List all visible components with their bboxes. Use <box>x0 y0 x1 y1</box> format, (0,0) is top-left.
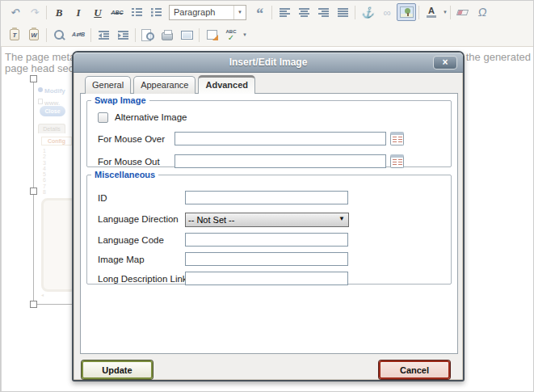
mouse-over-input[interactable] <box>174 132 386 145</box>
underline-button[interactable]: U <box>88 3 107 21</box>
undo-icon: ↶ <box>11 7 19 18</box>
bullet-list-icon <box>132 8 142 17</box>
undo-button[interactable]: ↶ <box>5 3 24 21</box>
advanced-tab-panel: Swap Image Alternative Image For Mouse O… <box>80 93 458 354</box>
forecolor-menu-arrow[interactable]: ▼ <box>443 10 448 15</box>
redo-button[interactable]: ↷ <box>24 3 44 21</box>
close-button[interactable]: × <box>433 56 457 70</box>
unlink-icon: ∞ <box>383 7 390 18</box>
fullscreen-button[interactable] <box>177 26 196 44</box>
bold-button[interactable]: B <box>49 3 69 21</box>
toolbar-row-2: T W A⇄B ABC✓ ▼ <box>1 23 533 46</box>
anchor-button[interactable]: ⚓ <box>358 3 377 21</box>
align-left-icon <box>280 8 290 17</box>
anchor-icon: ⚓ <box>361 7 374 18</box>
toolbar-separator <box>46 28 47 42</box>
mouse-over-browse-button[interactable] <box>390 132 404 145</box>
toolbar-separator <box>355 6 355 19</box>
align-left-button[interactable] <box>275 3 294 21</box>
close-icon: × <box>442 57 448 68</box>
ghost-details-tab: Details <box>38 124 65 133</box>
underline-icon: U <box>94 7 101 18</box>
spellcheck-icon: ABC✓ <box>226 29 237 41</box>
image-map-label: Image Map <box>98 255 145 264</box>
update-button[interactable]: Update <box>82 360 153 379</box>
language-direction-label: Language Direction <box>98 214 179 224</box>
toolbar-row-1: ↶ ↷ B I U ABC Paragraph ▼ “ ⚓ ∞ <box>1 1 533 23</box>
toolbar-separator <box>90 28 91 42</box>
cancel-button[interactable]: Cancel <box>379 360 450 379</box>
tab-advanced[interactable]: Advanced <box>198 75 255 94</box>
indent-icon <box>118 31 128 40</box>
tab-appearance[interactable]: Appearance <box>133 76 196 94</box>
language-direction-select[interactable]: -- Not Set -- <box>185 213 349 227</box>
outdent-icon <box>99 31 109 40</box>
find-button[interactable] <box>49 26 69 44</box>
mouse-out-label: For Mouse Out <box>98 157 160 166</box>
long-description-link-input[interactable] <box>185 272 348 285</box>
omega-icon: Ω <box>478 6 487 18</box>
preview-button[interactable] <box>138 26 158 44</box>
chevron-down-icon: ▼ <box>233 6 246 19</box>
align-right-icon <box>318 8 329 17</box>
remove-format-button[interactable] <box>453 3 473 21</box>
find-replace-button[interactable]: A⇄B <box>69 26 88 44</box>
dialog-titlebar[interactable]: Insert/Edit Image × <box>74 53 463 73</box>
long-description-link-label: Long Description Link <box>98 274 187 284</box>
special-char-button[interactable]: Ω <box>473 3 492 21</box>
align-center-button[interactable] <box>294 3 313 21</box>
align-justify-button[interactable] <box>333 3 352 21</box>
forecolor-icon: A <box>427 6 436 18</box>
bullet-list-button[interactable] <box>127 3 146 21</box>
print-button[interactable] <box>158 26 177 44</box>
language-code-input[interactable] <box>185 233 348 247</box>
alternative-image-checkbox[interactable] <box>98 112 108 123</box>
outdent-button[interactable] <box>94 26 113 44</box>
fullscreen-icon <box>181 31 193 40</box>
toolbar-separator <box>271 6 272 19</box>
forecolor-button[interactable]: A <box>422 3 441 21</box>
tinymce-editor-window: ↶ ↷ B I U ABC Paragraph ▼ “ ⚓ ∞ <box>0 0 534 392</box>
eraser-icon <box>456 10 469 15</box>
align-right-button[interactable] <box>313 3 333 21</box>
toolbar-separator <box>46 6 47 19</box>
mouse-out-input[interactable] <box>174 154 386 168</box>
align-center-icon <box>299 8 309 17</box>
blockquote-button[interactable]: “ <box>250 3 269 21</box>
numbered-list-icon <box>151 8 162 17</box>
toolbar-separator <box>199 28 200 42</box>
spellcheck-button[interactable]: ABC✓ <box>221 26 241 44</box>
paste-from-word-button[interactable]: W <box>24 26 44 44</box>
insert-image-button[interactable] <box>397 3 416 21</box>
ghost-code-line-numbers: 1 2 3 4 5 6 7 8 <box>43 148 46 195</box>
toolbar-separator <box>450 6 451 19</box>
strikethrough-icon: ABC <box>111 10 123 15</box>
format-select-value: Paragraph <box>170 7 233 17</box>
dialog-tabs: General Appearance Advanced <box>85 75 255 94</box>
alternative-image-label: Alternative Image <box>115 112 187 122</box>
ghost-config-header: Config <box>41 137 72 145</box>
toolbar-separator <box>418 6 419 19</box>
page-text-line2: page head sect <box>5 63 77 74</box>
image-map-input[interactable] <box>185 252 348 266</box>
template-icon <box>207 30 217 40</box>
search-icon <box>53 29 65 41</box>
unlink-button[interactable]: ∞ <box>377 3 397 21</box>
ghost-frame <box>41 198 72 292</box>
indent-button[interactable] <box>113 26 132 44</box>
mouse-out-browse-button[interactable] <box>390 154 404 168</box>
ghost-logo-icon <box>38 87 43 92</box>
ghost-close-button: Close <box>40 106 65 116</box>
spellcheck-menu-arrow[interactable]: ▼ <box>242 32 247 37</box>
align-justify-icon <box>338 8 348 17</box>
numbered-list-button[interactable] <box>146 3 166 21</box>
tab-general[interactable]: General <box>85 76 131 94</box>
replace-icon: A⇄B <box>72 32 85 38</box>
paste-as-text-button[interactable]: T <box>5 26 24 44</box>
insert-template-button[interactable] <box>202 26 221 44</box>
format-select[interactable]: Paragraph ▼ <box>169 5 246 20</box>
id-input[interactable] <box>185 191 348 204</box>
italic-button[interactable]: I <box>69 3 88 21</box>
strikethrough-button[interactable]: ABC <box>107 3 127 21</box>
italic-icon: I <box>76 7 80 18</box>
